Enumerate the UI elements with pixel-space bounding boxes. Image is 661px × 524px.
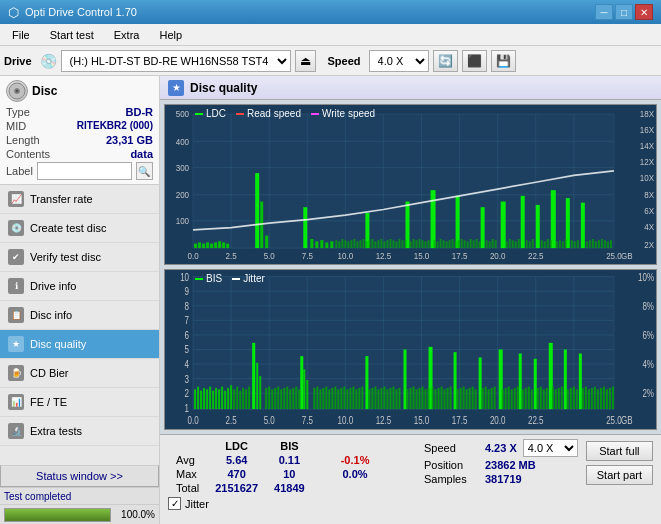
svg-point-2	[16, 90, 18, 92]
svg-rect-58	[255, 173, 259, 248]
svg-rect-140	[550, 240, 552, 248]
stop-button[interactable]: ⬛	[462, 50, 487, 72]
svg-rect-99	[398, 239, 400, 248]
svg-rect-308	[488, 389, 490, 409]
disc-label-button[interactable]: 🔍	[136, 162, 153, 180]
svg-rect-236	[564, 350, 567, 410]
svg-rect-309	[491, 388, 493, 409]
speed-row: Speed 4.23 X 4.0 X	[424, 439, 578, 457]
sidebar-item-disc-info[interactable]: 📋 Disc info	[0, 301, 159, 330]
disc-title: Disc	[32, 84, 57, 98]
quality-title: Disc quality	[190, 81, 257, 95]
svg-rect-294	[438, 388, 440, 409]
svg-text:2%: 2%	[642, 387, 654, 399]
svg-rect-303	[469, 388, 471, 409]
disc-mid-value: RITEKBR2 (000)	[77, 120, 153, 132]
minimize-button[interactable]: ─	[595, 4, 613, 20]
disc-label-input[interactable]	[37, 162, 132, 180]
position-value: 23862 MB	[485, 459, 536, 471]
svg-rect-315	[514, 388, 516, 409]
status-text: Test completed	[4, 491, 71, 502]
svg-rect-290	[425, 389, 427, 409]
svg-text:12X: 12X	[640, 157, 655, 168]
save-button[interactable]: 💾	[491, 50, 516, 72]
menu-file[interactable]: File	[4, 27, 38, 43]
refresh-button[interactable]: 🔄	[433, 50, 458, 72]
svg-rect-272	[361, 387, 363, 410]
menu-start-test[interactable]: Start test	[42, 27, 102, 43]
sidebar-item-fe-te[interactable]: 📊 FE / TE	[0, 388, 159, 417]
svg-rect-306	[482, 388, 484, 409]
svg-rect-144	[565, 239, 567, 248]
disc-icon	[6, 80, 28, 102]
jitter-checkbox[interactable]: ✓	[168, 497, 181, 510]
svg-rect-132	[515, 241, 517, 248]
svg-rect-82	[347, 241, 349, 248]
menu-help[interactable]: Help	[151, 27, 190, 43]
sidebar-item-create-test-disc[interactable]: 💿 Create test disc	[0, 214, 159, 243]
svg-rect-52	[206, 242, 209, 248]
sidebar-item-cd-bier[interactable]: 🍺 CD Bier	[0, 359, 159, 388]
svg-rect-110	[437, 241, 439, 248]
svg-text:400: 400	[176, 136, 190, 147]
svg-rect-230	[454, 352, 457, 409]
speed-label: Speed	[328, 55, 361, 67]
svg-rect-120	[467, 241, 469, 248]
status-window-button[interactable]: Status window >>	[0, 465, 159, 487]
samples-label: Samples	[424, 473, 479, 485]
svg-rect-85	[356, 241, 358, 248]
svg-rect-80	[341, 239, 343, 248]
svg-rect-295	[441, 387, 443, 410]
sidebar-item-extra-tests[interactable]: 🔬 Extra tests	[0, 417, 159, 446]
svg-rect-220	[230, 385, 232, 409]
sidebar-item-drive-info[interactable]: ℹ Drive info	[0, 272, 159, 301]
svg-rect-60	[265, 236, 268, 248]
svg-rect-87	[362, 239, 364, 248]
svg-text:25.0: 25.0	[606, 251, 622, 262]
svg-text:7.5: 7.5	[302, 251, 313, 262]
jitter-legend-item: Jitter	[232, 273, 265, 284]
position-row: Position 23862 MB	[424, 459, 578, 471]
svg-text:18X: 18X	[640, 109, 655, 120]
svg-rect-283	[398, 388, 400, 409]
svg-text:5: 5	[185, 343, 189, 355]
svg-rect-264	[337, 389, 339, 409]
svg-rect-274	[371, 388, 373, 409]
svg-rect-336	[591, 388, 593, 409]
svg-rect-55	[218, 241, 221, 248]
svg-rect-275	[374, 387, 376, 410]
jitter-check-label: Jitter	[185, 498, 209, 510]
sidebar-item-transfer-rate[interactable]: 📈 Transfer rate	[0, 185, 159, 214]
start-full-button[interactable]: Start full	[586, 441, 653, 461]
svg-rect-313	[508, 387, 510, 410]
svg-rect-322	[540, 387, 542, 410]
speed-unit-select[interactable]: 4.0 X	[523, 439, 578, 457]
bis-legend: BIS Jitter	[195, 273, 265, 284]
extra-tests-icon: 🔬	[8, 423, 24, 439]
svg-rect-97	[392, 240, 394, 248]
sidebar-item-verify-test-disc[interactable]: ✔ Verify test disc	[0, 243, 159, 272]
total-label: Total	[168, 481, 207, 495]
close-button[interactable]: ✕	[635, 4, 653, 20]
svg-rect-115	[452, 239, 454, 248]
svg-rect-251	[286, 387, 288, 410]
start-part-button[interactable]: Start part	[586, 465, 653, 485]
speed-select[interactable]: 4.0 X 8.0 X 12.0 X	[369, 50, 429, 72]
svg-rect-298	[450, 387, 452, 410]
svg-rect-340	[603, 387, 605, 410]
svg-rect-136	[532, 239, 534, 248]
drive-select[interactable]: (H:) HL-DT-ST BD-RE WH16NS58 TST4	[61, 50, 291, 72]
svg-rect-54	[214, 242, 217, 248]
svg-text:5.0: 5.0	[264, 251, 275, 262]
ldc-legend-item: LDC	[195, 108, 226, 119]
svg-rect-307	[485, 387, 487, 410]
menu-extra[interactable]: Extra	[106, 27, 148, 43]
eject-button[interactable]: ⏏	[295, 50, 316, 72]
svg-rect-281	[392, 387, 394, 410]
maximize-button[interactable]: □	[615, 4, 633, 20]
sidebar-item-disc-quality[interactable]: ★ Disc quality	[0, 330, 159, 359]
svg-rect-146	[574, 241, 576, 248]
svg-text:12.5: 12.5	[376, 414, 392, 426]
svg-rect-333	[582, 388, 584, 409]
drive-toolbar: Drive 💿 (H:) HL-DT-ST BD-RE WH16NS58 TST…	[0, 46, 661, 76]
